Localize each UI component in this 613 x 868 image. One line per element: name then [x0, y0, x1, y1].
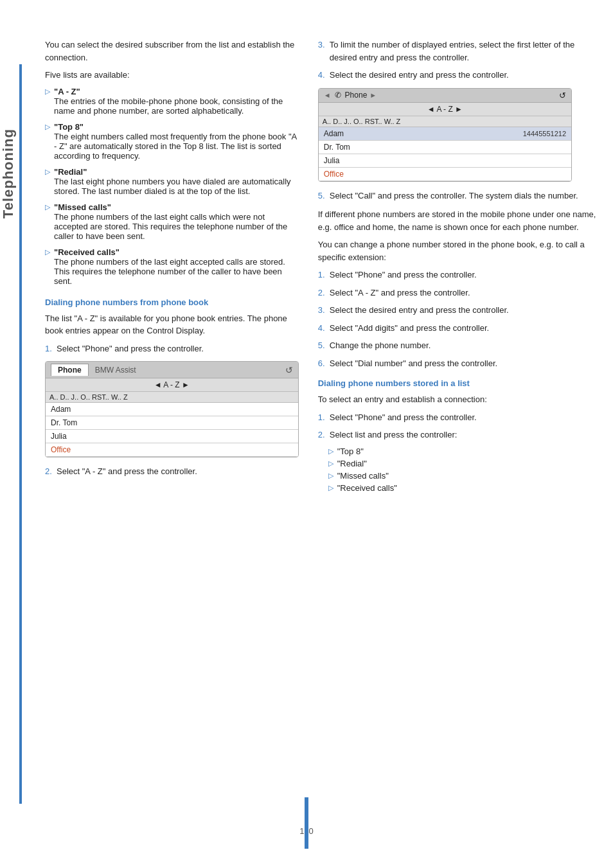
change-step-text-3: Select the desired entry and press the c…: [330, 304, 509, 317]
contact-2-adam: Adam: [324, 129, 523, 138]
phone-ui-2-header: ◄ ✆ Phone ► ↺: [319, 89, 571, 103]
change-step-6: 6. Select "Dial number" and press the co…: [318, 357, 600, 370]
contact-office: Office: [51, 445, 293, 454]
step-1-left: 1. Select "Phone" and press the controll…: [45, 342, 299, 355]
section2-step-text-1: Select "Phone" and press the controller.: [330, 411, 477, 424]
phone-row-drtom: Dr. Tom: [46, 416, 298, 430]
phone-ui-2-nav: ◄ A - Z ►: [319, 103, 571, 116]
tab-bmw-assist: BMW Assist: [89, 364, 143, 376]
list-title-redial: "Redial": [54, 167, 299, 177]
page-bar-accent: [305, 797, 308, 849]
change-step-num-5: 5.: [318, 339, 330, 352]
section2-intro: To select an entry and establish a conne…: [318, 393, 600, 406]
phone-row-2-office: Office: [319, 168, 571, 181]
step-num-4: 4.: [318, 69, 330, 82]
list-item-redial: ▷ "Redial" The last eight phone numbers …: [45, 167, 299, 196]
phone-label: Phone: [345, 91, 368, 100]
phone-ui-2-alpha: A.. D.. J.. O.. RST.. W.. Z: [319, 116, 571, 127]
phone-row-adam: Adam: [46, 403, 298, 416]
sublist-top8-text: "Top 8": [337, 447, 364, 456]
step-text-5: Select "Call" and press the controller. …: [330, 190, 578, 202]
arrow-icon-sub-received: ▷: [328, 484, 333, 493]
sublist-redial: ▷ "Redial": [328, 459, 600, 468]
step-3-right: 3. To limit the number of displayed entr…: [318, 39, 600, 64]
phone-ui-1-nav: ◄ A - Z ►: [46, 378, 298, 392]
step-num-1: 1.: [45, 342, 57, 355]
arrow-icon-top8: ▷: [45, 123, 50, 161]
change-step-num-2: 2.: [318, 287, 330, 299]
list-item-top8: ▷ "Top 8" The eight numbers called most …: [45, 122, 299, 161]
sublist-missed-text: "Missed calls": [337, 471, 389, 481]
arrow-icon-redial: ▷: [45, 168, 50, 196]
step-text-4: Select the desired entry and press the c…: [330, 69, 509, 82]
step-text-1: Select "Phone" and press the controller.: [57, 342, 204, 355]
sublist-received-text: "Received calls": [337, 483, 397, 493]
list-title-received: "Received calls": [54, 247, 299, 257]
arrow-icon-missed: ▷: [45, 203, 50, 241]
list-desc-top8: The eight numbers called most frequently…: [54, 132, 299, 161]
phone-ui-1: Phone BMW Assist ↺ ◄ A - Z ► A.. D.. J..…: [45, 361, 299, 457]
refresh-icon: ↺: [285, 365, 293, 375]
left-column: You can select the desired subscriber fr…: [45, 39, 312, 842]
arrow-icon-az: ▷: [45, 87, 50, 116]
right-column: 3. To limit the number of displayed entr…: [312, 39, 600, 842]
sublist-top8: ▷ "Top 8": [328, 447, 600, 456]
list-desc-received: The phone numbers of the last eight acce…: [54, 257, 299, 286]
section2-step-1: 1. Select "Phone" and press the controll…: [318, 411, 600, 424]
contact-drtom: Dr. Tom: [51, 418, 293, 427]
change-step-text-1: Select "Phone" and press the controller.: [330, 269, 477, 281]
step-text-3: To limit the number of displayed entries…: [330, 39, 600, 64]
step-num-2: 2.: [45, 465, 57, 478]
change-step-num-3: 3.: [318, 304, 330, 317]
step-4-right: 4. Select the desired entry and press th…: [318, 69, 600, 82]
change-step-3: 3. Select the desired entry and press th…: [318, 304, 600, 317]
refresh-icon-2: ↺: [559, 91, 566, 100]
list-title-az: "A - Z": [54, 87, 299, 96]
arrow-icon-sub-top8: ▷: [328, 447, 333, 456]
arrow-icon-received: ▷: [45, 248, 50, 286]
tab-phone: Phone: [51, 364, 89, 376]
list-desc-missed: The phone numbers of the last eight call…: [54, 212, 299, 241]
contact-julia: Julia: [51, 432, 293, 441]
list-desc-az: The entries of the mobile-phone phone bo…: [54, 96, 299, 116]
phone-row-julia: Julia: [46, 430, 298, 443]
sidebar-chapter-label: Telephoning: [0, 128, 32, 218]
step-num-3: 3.: [318, 39, 330, 64]
sub-list: ▷ "Top 8" ▷ "Redial" ▷ "Missed calls" ▷ …: [328, 447, 600, 493]
para-2: You can change a phone number stored in …: [318, 238, 600, 263]
phone-nav-left: ◄: [324, 91, 331, 99]
sublist-received: ▷ "Received calls": [328, 483, 600, 493]
phone-row-2-adam: Adam 14445551212: [319, 127, 571, 141]
step-5-right: 5. Select "Call" and press the controlle…: [318, 190, 600, 202]
step-2-left: 2. Select "A - Z" and press the controll…: [45, 465, 299, 478]
phone-row-office: Office: [46, 443, 298, 457]
sidebar: Telephoning: [0, 0, 39, 868]
phone-ui-1-header: Phone BMW Assist ↺: [46, 362, 298, 378]
section2-step-num-1: 1.: [318, 411, 330, 424]
list-title-top8: "Top 8": [54, 122, 299, 132]
list-title-missed: "Missed calls": [54, 202, 299, 212]
change-step-num-1: 1.: [318, 269, 330, 281]
arrow-icon-sub-redial: ▷: [328, 459, 333, 468]
sublist-redial-text: "Redial": [337, 459, 367, 468]
five-lists-text: Five lists are available:: [45, 69, 299, 82]
change-step-2: 2. Select "A - Z" and press the controll…: [318, 287, 600, 299]
contact-2-drtom: Dr. Tom: [324, 143, 566, 152]
contact-2-julia: Julia: [324, 156, 566, 165]
list-item-az: ▷ "A - Z" The entries of the mobile-phon…: [45, 87, 299, 116]
section2-step-num-2: 2.: [318, 429, 330, 441]
phone-ui-1-alpha: A.. D.. J.. O.. RST.. W.. Z: [46, 392, 298, 403]
phone-icon: ✆: [335, 91, 341, 100]
main-content: You can select the desired subscriber fr…: [39, 0, 613, 868]
change-step-4: 4. Select "Add digits" and press the con…: [318, 322, 600, 335]
change-step-num-6: 6.: [318, 357, 330, 370]
list-desc-redial: The last eight phone numbers you have di…: [54, 177, 299, 196]
intro-text: You can select the desired subscriber fr…: [45, 39, 299, 64]
para-1: If different phone numbers are stored in…: [318, 208, 600, 233]
step-text-2: Select "A - Z" and press the controller.: [57, 465, 197, 478]
phone-row-2-drtom: Dr. Tom: [319, 141, 571, 154]
sublist-missed: ▷ "Missed calls": [328, 471, 600, 481]
arrow-icon-sub-missed: ▷: [328, 472, 333, 481]
phone-row-2-julia: Julia: [319, 154, 571, 168]
section2-step-2: 2. Select list and press the controller:: [318, 429, 600, 441]
